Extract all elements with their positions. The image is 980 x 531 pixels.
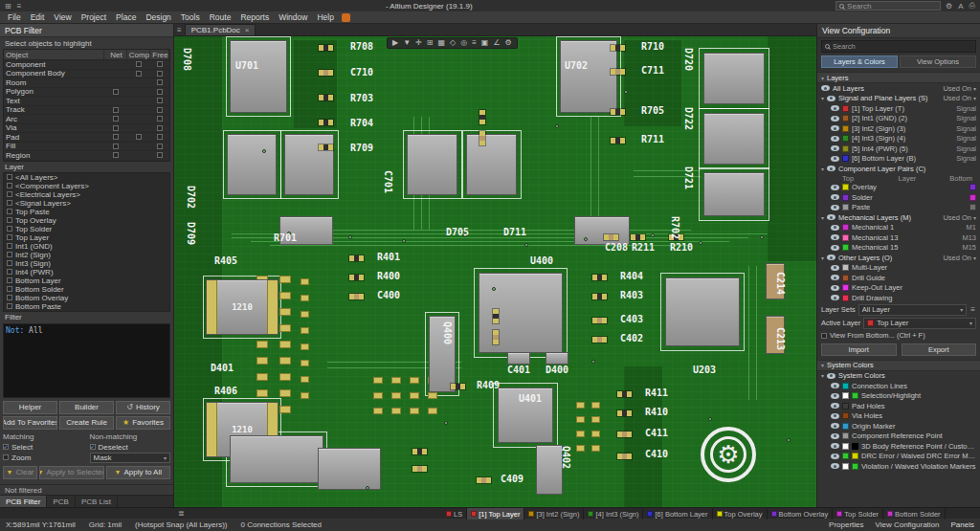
layer-color-swatch[interactable] [842,145,849,152]
layer-filter-row[interactable]: Bottom Solder [4,285,169,294]
layer-row[interactable]: Mechanical 1M1 [817,223,980,233]
bottom-color-swatch[interactable] [969,184,976,190]
layer-group-header[interactable]: ▾Mechanical Layers (M)Used On▾ [817,212,980,223]
menu-file[interactable]: File [3,12,26,22]
canvas-settings-icon[interactable]: ⚙ [505,39,512,47]
passive-component[interactable] [616,409,633,417]
net-checkbox[interactable] [113,125,119,131]
passive-component[interactable] [348,274,365,281]
passive-component[interactable] [348,293,365,300]
eye-icon[interactable] [831,194,839,200]
layer-checkbox[interactable] [7,277,12,283]
color-swatch[interactable] [842,432,849,439]
grid-settings-icon[interactable]: ⊞ [427,39,434,47]
board-layer-tab[interactable]: LS [442,508,467,520]
passive-component[interactable] [479,130,486,146]
passive-component[interactable] [610,68,626,76]
eye-icon[interactable] [831,463,839,469]
system-colors-subheader[interactable]: ▾System Colors [817,371,980,382]
layer-row[interactable]: [2] Int1 (GND) (2)Signal [817,114,980,124]
clear-button[interactable]: ▼Clear [3,466,37,479]
component-body[interactable] [407,134,457,195]
silkscreen-label[interactable]: R401 [377,253,400,262]
silkscreen-label[interactable]: R708 [350,42,373,52]
component-body[interactable] [230,40,287,113]
eye-icon[interactable] [831,136,839,142]
menu-tools[interactable]: Tools [176,12,205,22]
layer-row[interactable]: [1] Top Layer (T)Signal [817,103,980,114]
bottom-color-swatch[interactable] [969,204,976,210]
layer-filter-row[interactable]: Int2 (Sign) [4,251,169,259]
eye-icon[interactable] [831,116,839,122]
helper-button[interactable]: Helper [3,401,57,414]
eye-icon[interactable] [831,413,839,419]
silkscreen-label[interactable]: D720 [683,48,693,71]
panel-search-input[interactable]: Search [821,40,976,53]
silkscreen-label[interactable]: U203 [693,365,716,375]
layer-row[interactable]: Mechanical 13M13 [817,232,980,243]
layer-checkbox[interactable] [7,269,12,275]
layer-row[interactable]: [6] Bottom Layer (B)Signal [817,154,980,165]
eye-icon[interactable] [831,423,839,429]
system-color-row[interactable]: Origin Marker [817,421,980,431]
silkscreen-label[interactable]: C213 [775,327,785,350]
silkscreen-label[interactable]: C409 [501,475,523,484]
system-color-row[interactable]: DRC Error / Waived DRC Error Markers [817,452,980,462]
passive-component[interactable] [591,293,608,300]
component-body[interactable]: 1210 [206,279,278,335]
color-swatch[interactable] [842,403,849,409]
tab-pcb-list[interactable]: PCB List [76,496,118,507]
layer-filter-row[interactable]: Top Solder [4,225,169,233]
tab-view-options[interactable]: View Options [900,55,976,68]
object-row[interactable]: Text [4,97,169,106]
free-checkbox[interactable] [157,61,163,67]
eye-icon[interactable] [821,85,830,91]
filter-expression-input[interactable]: Not: All [3,323,170,398]
select-checkbox[interactable] [3,444,9,450]
object-row[interactable]: Component Body [4,70,169,79]
layer-filter-row[interactable]: Bottom Layer [4,277,169,285]
free-checkbox[interactable] [157,107,163,113]
passive-component[interactable] [318,119,334,126]
board-layer-tab[interactable]: [4] Int3 (Sign) [584,508,643,520]
pair-row[interactable]: Paste [817,203,980,213]
layer-filter-row[interactable]: Int1 (GND) [4,242,169,251]
passive-component[interactable] [616,390,633,398]
menu-place[interactable]: Place [111,12,141,22]
eye-icon[interactable] [831,225,839,231]
color-swatch[interactable] [842,423,849,430]
layer-color-swatch[interactable] [842,224,849,231]
layer-filter-row[interactable]: <Signal Layers> [4,199,169,208]
passive-component[interactable] [348,254,365,262]
system-color-row[interactable]: Selection/Highlight [817,391,980,402]
layer-filter-row[interactable]: <Electrical Layers> [4,190,169,199]
net-checkbox[interactable] [113,152,119,158]
layer-checkbox[interactable] [7,303,12,309]
system-color-row[interactable]: Via Holes [817,411,980,422]
snap-dropdown-icon[interactable]: ▼ [403,39,411,47]
passive-component[interactable] [610,137,626,144]
free-checkbox[interactable] [157,89,163,95]
layer-color-swatch[interactable] [842,234,849,241]
eye-icon[interactable] [831,234,839,240]
layer-color-swatch[interactable] [842,264,849,271]
menu-window[interactable]: Window [274,12,312,22]
component-body[interactable] [230,435,323,483]
eye-icon[interactable] [831,156,839,162]
used-on-dropdown[interactable]: Used On▾ [943,84,976,93]
layer-color-swatch[interactable] [842,155,849,162]
layer-checkbox[interactable] [7,174,12,180]
top-color-swatch[interactable] [842,184,849,190]
board-insight-icon[interactable]: ▦ [437,39,445,47]
user-menu-icon[interactable]: A [957,2,964,11]
layer-color-swatch[interactable] [842,115,849,122]
used-on-dropdown[interactable]: Used On▾ [943,94,976,102]
layer-sets-dropdown[interactable]: All Layer▾ [858,304,967,316]
net-checkbox[interactable] [113,116,119,122]
layer-checkbox[interactable] [7,243,12,249]
silkscreen-label[interactable]: D401 [211,364,234,373]
layer-row[interactable]: Multi-Layer [817,263,980,274]
component-body[interactable] [546,352,568,365]
menu-project[interactable]: Project [77,12,111,22]
free-checkbox[interactable] [157,152,163,158]
